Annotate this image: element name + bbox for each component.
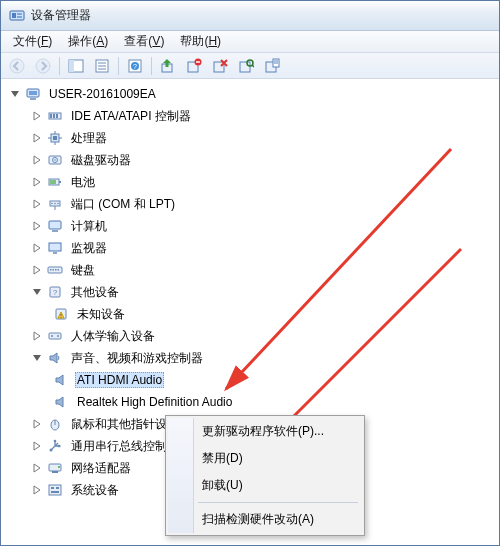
toolbar-separator (118, 57, 119, 75)
svg-rect-63 (61, 314, 62, 316)
node-keyboard[interactable]: 键盘 (1, 259, 499, 281)
svg-point-4 (10, 59, 24, 73)
ctx-disable[interactable]: 禁用(D) (168, 445, 362, 472)
svg-rect-3 (17, 16, 22, 18)
system-icon (47, 482, 63, 498)
svg-rect-45 (50, 180, 56, 184)
svg-point-42 (54, 159, 56, 161)
svg-rect-1 (12, 13, 16, 18)
collapse-icon[interactable] (31, 352, 43, 364)
menu-bar: 文件(F) 操作(A) 查看(V) 帮助(H) (1, 31, 499, 53)
svg-rect-79 (51, 491, 59, 493)
forward-button[interactable] (31, 55, 55, 77)
ctx-scan-hardware[interactable]: 扫描检测硬件改动(A) (168, 506, 362, 533)
expand-icon[interactable] (31, 198, 43, 210)
node-sound[interactable]: 声音、视频和游戏控制器 (1, 347, 499, 369)
keyboard-icon (47, 262, 63, 278)
svg-rect-52 (52, 230, 58, 232)
hid-icon (47, 328, 63, 344)
svg-point-49 (57, 203, 59, 205)
svg-rect-59 (58, 269, 60, 271)
svg-line-22 (252, 65, 254, 67)
expand-icon[interactable] (31, 484, 43, 496)
menu-view[interactable]: 查看(V) (116, 33, 172, 50)
svg-rect-74 (52, 471, 58, 473)
svg-point-75 (58, 466, 60, 468)
sound-device-icon (53, 372, 69, 388)
svg-rect-33 (56, 114, 58, 118)
sound-device-icon (53, 394, 69, 410)
collapse-icon[interactable] (9, 88, 21, 100)
context-menu: 更新驱动程序软件(P)... 禁用(D) 卸载(U) 扫描检测硬件改动(A) (165, 415, 365, 536)
node-disk[interactable]: 磁盘驱动器 (1, 149, 499, 171)
expand-icon[interactable] (31, 330, 43, 342)
console-tree-button[interactable] (64, 55, 88, 77)
node-ide[interactable]: IDE ATA/ATAPI 控制器 (1, 105, 499, 127)
scan-hardware-button[interactable] (234, 55, 258, 77)
svg-rect-44 (59, 181, 61, 183)
computer-icon (47, 218, 63, 234)
expand-icon[interactable] (31, 110, 43, 122)
ctx-update-driver[interactable]: 更新驱动程序软件(P)... (168, 418, 362, 445)
back-button[interactable] (5, 55, 29, 77)
help-button[interactable]: ? (123, 55, 147, 77)
processor-icon (47, 130, 63, 146)
expand-icon[interactable] (31, 176, 43, 188)
node-other-devices[interactable]: ? 其他设备 (1, 281, 499, 303)
svg-rect-29 (30, 98, 36, 100)
svg-rect-28 (29, 91, 37, 95)
other-devices-icon: ? (47, 284, 63, 300)
network-icon (47, 460, 63, 476)
node-cpu[interactable]: 处理器 (1, 127, 499, 149)
svg-rect-56 (50, 269, 52, 271)
expand-icon[interactable] (31, 220, 43, 232)
svg-point-72 (54, 440, 57, 443)
svg-rect-2 (17, 13, 22, 15)
disk-icon (47, 152, 63, 168)
svg-rect-7 (69, 60, 74, 72)
node-hid[interactable]: 人体学输入设备 (1, 325, 499, 347)
svg-rect-58 (55, 269, 57, 271)
expand-icon[interactable] (31, 264, 43, 276)
device-manager-window: 设备管理器 文件(F) 操作(A) 查看(V) 帮助(H) ? USER (0, 0, 500, 546)
collapse-icon[interactable] (31, 286, 43, 298)
menu-file[interactable]: 文件(F) (5, 33, 60, 50)
svg-rect-51 (49, 221, 61, 229)
tree-root-label: USER-20161009EA (47, 86, 158, 102)
disable-button[interactable] (208, 55, 232, 77)
node-ports[interactable]: 端口 (COM 和 LPT) (1, 193, 499, 215)
svg-rect-76 (49, 485, 61, 495)
device-tree-pane[interactable]: USER-20161009EA IDE ATA/ATAPI 控制器 处理器 (1, 79, 499, 545)
svg-point-48 (54, 203, 56, 205)
svg-point-5 (36, 59, 50, 73)
ctx-uninstall[interactable]: 卸载(U) (168, 472, 362, 499)
node-ati-hdmi-audio[interactable]: ATI HDMI Audio (1, 369, 499, 391)
node-realtek-audio[interactable]: Realtek High Definition Audio (1, 391, 499, 413)
expand-icon[interactable] (31, 462, 43, 474)
ports-icon (47, 196, 63, 212)
node-unknown-device[interactable]: 未知设备 (1, 303, 499, 325)
menu-action[interactable]: 操作(A) (60, 33, 116, 50)
expand-icon[interactable] (31, 418, 43, 430)
context-menu-separator (198, 502, 358, 503)
properties-button[interactable] (90, 55, 114, 77)
uninstall-button[interactable] (182, 55, 206, 77)
expand-icon[interactable] (31, 132, 43, 144)
expand-icon[interactable] (31, 242, 43, 254)
update-driver-button[interactable] (156, 55, 180, 77)
window-title: 设备管理器 (31, 7, 91, 24)
tree-root[interactable]: USER-20161009EA (1, 83, 499, 105)
svg-rect-71 (58, 445, 60, 447)
svg-rect-78 (56, 487, 59, 489)
svg-rect-53 (49, 243, 61, 251)
menu-help[interactable]: 帮助(H) (172, 33, 229, 50)
node-computer[interactable]: 计算机 (1, 215, 499, 237)
app-icon (9, 8, 25, 24)
properties2-button[interactable] (260, 55, 284, 77)
toolbar-separator (151, 57, 152, 75)
expand-icon[interactable] (31, 440, 43, 452)
node-monitor[interactable]: 监视器 (1, 237, 499, 259)
node-battery[interactable]: 电池 (1, 171, 499, 193)
toolbar-separator (59, 57, 60, 75)
expand-icon[interactable] (31, 154, 43, 166)
